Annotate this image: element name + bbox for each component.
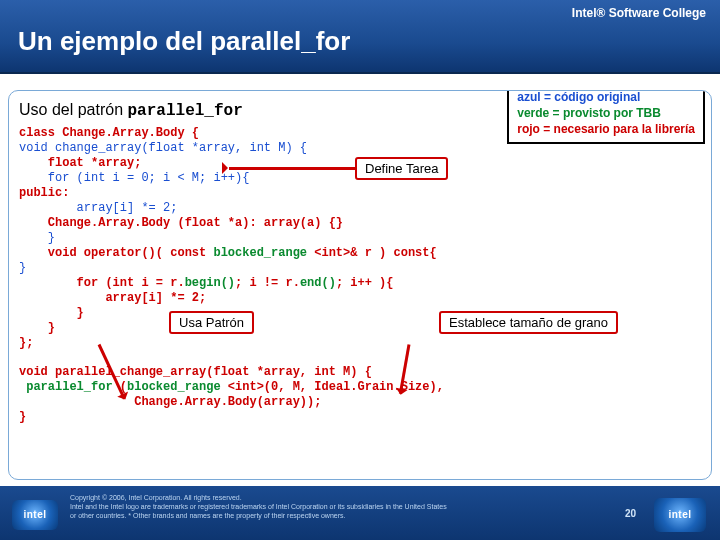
legend-red: rojo = necesario para la librería: [517, 121, 695, 137]
legend-blue: azul = código original: [517, 90, 695, 105]
brand-label: Intel® Software College: [572, 6, 706, 20]
legend-green: verde = provisto por TBB: [517, 105, 695, 121]
subtitle-code: parallel_for: [128, 102, 243, 120]
slide-title: Un ejemplo del parallel_for: [18, 26, 350, 57]
footer-line3: or other countries. * Other brands and n…: [70, 512, 640, 521]
page-number: 20: [625, 508, 636, 521]
slide-body: Uso del patrón parallel_for azul = códig…: [8, 90, 712, 480]
callout-usa-patron: Usa Patrón: [169, 311, 254, 334]
arrow-define: [229, 167, 355, 170]
footer-line1: Copyright © 2006, Intel Corporation. All…: [70, 494, 640, 503]
subtitle-text: Uso del patrón: [19, 101, 128, 118]
slide-header: Intel® Software College Un ejemplo del p…: [0, 0, 720, 74]
legend-box: azul = código original verde = provisto …: [507, 90, 705, 144]
footer-line2: Intel and the Intel logo are trademarks …: [70, 503, 640, 512]
callout-grano: Establece tamaño de grano: [439, 311, 618, 334]
intel-logo-left: intel: [12, 500, 58, 530]
intel-logo-right: intel: [654, 498, 706, 532]
slide-footer: intel Copyright © 2006, Intel Corporatio…: [0, 486, 720, 540]
callout-define-tarea: Define Tarea: [355, 157, 448, 180]
